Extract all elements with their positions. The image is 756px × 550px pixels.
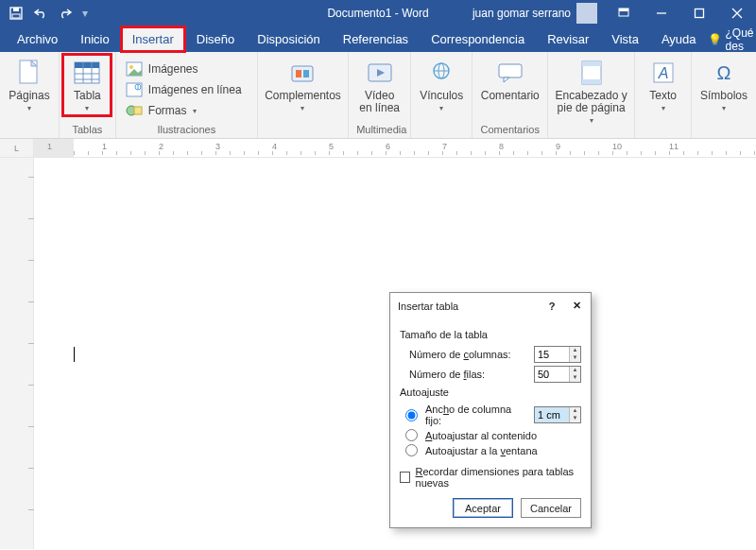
tab-vista[interactable]: Vista [600,26,650,52]
svg-rect-25 [134,107,142,114]
svg-rect-2 [12,14,20,18]
tab-inicio[interactable]: Inicio [69,26,120,52]
remember-checkbox-row[interactable]: Recordar dimensiones para tablas nuevas [400,466,581,489]
dialog-title: Insertar tabla [398,301,458,312]
text-icon: A [648,58,679,88]
maximize-button[interactable] [680,0,718,26]
fixed-width-input[interactable] [535,407,569,422]
group-complementos: Complementos ▾ [258,52,349,138]
chevron-down-icon: ▾ [193,107,197,115]
imagenes-button[interactable]: Imágenes [124,60,244,78]
spin-down-icon[interactable]: ▼ [570,354,580,362]
tab-archivo[interactable]: Archivo [6,26,69,52]
svg-rect-13 [75,62,99,68]
vertical-ruler[interactable] [0,158,34,549]
ribbon-options-icon[interactable] [605,0,643,26]
addins-icon [287,58,318,88]
page-icon [14,58,44,88]
spin-down-icon[interactable]: ▼ [570,374,580,382]
columns-spinner[interactable]: ▲▼ [534,346,581,363]
close-icon[interactable]: ✕ [570,300,583,313]
tell-me-search[interactable]: 💡 ¿Qué des [708,26,754,53]
svg-text:Ω: Ω [717,62,731,83]
svg-rect-1 [13,8,19,11]
tab-insertar[interactable]: Insertar [121,26,185,52]
vinculos-label: Vínculos [420,90,463,102]
spin-up-icon[interactable]: ▲ [570,407,580,415]
rows-label: Número de filas: [409,369,528,380]
close-button[interactable] [718,0,756,26]
remember-checkbox[interactable] [400,472,410,483]
columns-input[interactable] [535,347,569,362]
undo-icon[interactable] [30,3,51,24]
autofit-window-radio[interactable] [405,444,418,456]
svg-marker-35 [504,77,509,82]
ok-button[interactable]: Aceptar [453,498,513,518]
svg-rect-26 [292,66,313,81]
svg-rect-38 [582,79,601,84]
dialog-titlebar[interactable]: Insertar tabla ? ✕ [390,293,591,319]
svg-rect-37 [582,61,601,66]
fixed-width-radio[interactable] [405,409,418,421]
video-icon [365,58,395,88]
avatar-icon [576,3,597,24]
video-en-linea-button[interactable]: Vídeo en línea [355,56,404,116]
horizontal-ruler[interactable]: L 11234567891011 [0,139,756,158]
chevron-down-icon: ▾ [27,104,31,112]
fixed-width-spinner[interactable]: ▲▼ [534,406,581,423]
vinculos-button[interactable]: Vínculos ▾ [416,56,467,114]
text-cursor [74,347,75,362]
quick-access-toolbar: ▾ [0,3,91,24]
group-paginas: Páginas ▾ [0,52,60,138]
tab-diseno[interactable]: Diseño [185,26,246,52]
imagenes-en-linea-label: Imágenes en línea [148,83,242,96]
minimize-button[interactable] [643,0,680,26]
group-comentarios: Comentario Comentarios [472,52,548,138]
user-account[interactable]: juan gomar serrano [465,3,605,24]
help-button[interactable]: ? [545,300,558,313]
comentario-button[interactable]: Comentario [477,56,543,104]
simbolos-button[interactable]: Ω Símbolos ▾ [696,56,751,114]
imagenes-en-linea-button[interactable]: Imágenes en línea [124,80,244,99]
chevron-down-icon: ▾ [85,104,89,112]
document-page[interactable]: Insertar tabla ? ✕ Tamaño de la tabla Nú… [34,158,756,549]
cancel-button[interactable]: Cancelar [521,498,581,518]
svg-text:A: A [657,65,668,81]
rows-input[interactable] [535,367,569,382]
tab-referencias[interactable]: Referencias [332,26,420,52]
table-icon [72,58,102,88]
tab-ayuda[interactable]: Ayuda [650,26,708,52]
paginas-label: Páginas [9,90,49,102]
encabezado-button[interactable]: Encabezado y pie de página ▾ [552,56,631,127]
svg-rect-6 [696,9,704,18]
autofit-content-label: Autoajustar al contenido [425,430,537,441]
autofit-content-radio[interactable] [405,429,418,441]
columns-label: Número de columnas: [409,349,528,360]
simbolos-label: Símbolos [700,90,747,102]
svg-rect-34 [499,64,522,77]
header-footer-icon [576,58,607,88]
section-autofit-label: Autoajuste [400,387,581,398]
tabla-button[interactable]: Tabla ▾ [64,56,110,114]
paginas-button[interactable]: Páginas ▾ [5,56,53,114]
texto-button[interactable]: A Texto ▾ [641,56,686,114]
chevron-down-icon: ▾ [590,116,593,125]
lightbulb-icon: 💡 [708,33,722,46]
tab-correspondencia[interactable]: Correspondencia [420,26,536,52]
chevron-down-icon: ▾ [662,104,665,112]
tab-revisar[interactable]: Revisar [536,26,600,52]
save-icon[interactable] [6,3,26,24]
chevron-down-icon: ▾ [439,104,443,112]
spin-down-icon[interactable]: ▼ [570,415,580,422]
user-name-label: juan gomar serrano [472,7,571,20]
redo-icon[interactable] [55,3,76,24]
qat-customize-icon[interactable]: ▾ [79,7,91,20]
spin-up-icon[interactable]: ▲ [570,347,580,354]
complementos-button[interactable]: Complementos ▾ [261,56,345,114]
tab-disposicion[interactable]: Disposición [246,26,331,52]
formas-button[interactable]: Formas ▾ [124,101,244,120]
tell-me-label: ¿Qué des [726,26,754,53]
rows-spinner[interactable]: ▲▼ [534,366,581,383]
ruler-corner: L [0,139,34,157]
spin-up-icon[interactable]: ▲ [570,367,580,374]
